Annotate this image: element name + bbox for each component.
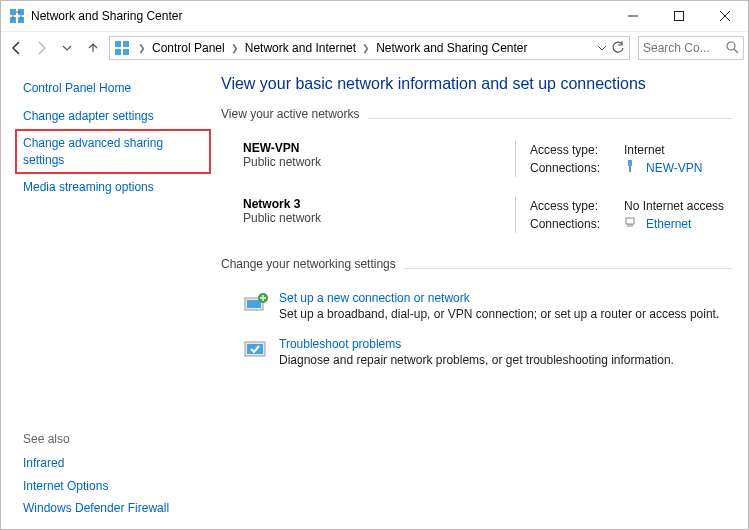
setup-connection-icon [243,291,269,315]
see-also-internet-options[interactable]: Internet Options [23,475,203,497]
connection-link[interactable]: NEW-VPN [646,159,702,177]
network-row: Network 3 Public network Access type:No … [221,191,732,247]
chevron-down-icon[interactable] [597,43,607,53]
breadcrumb-item[interactable]: Network and Sharing Center [376,41,527,55]
history-dropdown[interactable] [55,36,79,60]
svg-rect-9 [675,12,684,21]
task-desc: Diagnose and repair network problems, or… [279,353,674,367]
access-type-label: Access type: [530,197,616,215]
navbar: ❯ Control Panel ❯ Network and Internet ❯… [1,31,748,63]
search-placeholder: Search Co... [643,41,710,55]
svg-rect-12 [115,41,121,47]
chevron-right-icon: ❯ [362,43,370,53]
breadcrumb-item[interactable]: Network and Internet [245,41,356,55]
search-icon [726,41,739,54]
connection-link[interactable]: Ethernet [646,215,691,233]
svg-rect-20 [626,218,634,224]
svg-rect-25 [247,300,261,308]
troubleshoot-icon [243,337,269,361]
network-icon [624,159,636,177]
chevron-right-icon: ❯ [138,43,146,53]
back-button[interactable] [5,36,29,60]
breadcrumb-item[interactable]: Control Panel [152,41,225,55]
active-networks-header: View your active networks [221,107,360,121]
chevron-right-icon: ❯ [231,43,239,53]
content-body: Control Panel Home Change adapter settin… [1,63,748,529]
access-type-value: No Internet access [624,197,724,215]
task-setup-connection: Set up a new connection or network Set u… [221,285,732,331]
page-heading: View your basic network information and … [221,75,732,93]
access-type-label: Access type: [530,141,616,159]
window-title: Network and Sharing Center [31,9,610,23]
see-also-section: See also Infrared Internet Options Windo… [23,432,203,519]
sidebar-media-streaming[interactable]: Media streaming options [23,176,203,198]
svg-line-17 [734,49,738,53]
main-panel: View your basic network information and … [213,63,748,529]
forward-button[interactable] [29,36,53,60]
network-name: NEW-VPN [243,141,501,155]
access-type-value: Internet [624,141,665,159]
svg-rect-14 [115,49,121,55]
breadcrumb-icon [114,40,130,56]
svg-rect-15 [123,49,129,55]
connections-label: Connections: [530,215,616,233]
task-desc: Set up a broadband, dial-up, or VPN conn… [279,307,719,321]
ethernet-icon [624,215,636,233]
change-settings-header: Change your networking settings [221,257,396,271]
task-troubleshoot: Troubleshoot problems Diagnose and repai… [221,331,732,377]
sidebar: Control Panel Home Change adapter settin… [1,63,213,529]
see-also-header: See also [23,432,203,446]
maximize-button[interactable] [656,1,702,31]
network-type: Public network [243,211,501,225]
svg-point-16 [727,42,735,50]
search-input[interactable]: Search Co... [638,36,744,60]
minimize-button[interactable] [610,1,656,31]
app-icon [9,8,25,24]
sidebar-control-panel-home[interactable]: Control Panel Home [23,77,203,99]
svg-rect-30 [247,344,263,354]
network-name: Network 3 [243,197,501,211]
breadcrumb[interactable]: ❯ Control Panel ❯ Network and Internet ❯… [109,36,630,60]
network-row: NEW-VPN Public network Access type:Inter… [221,135,732,191]
sidebar-change-advanced-sharing[interactable]: Change advanced sharing settings [15,129,211,173]
connections-label: Connections: [530,159,616,177]
sidebar-change-adapter[interactable]: Change adapter settings [23,105,203,127]
svg-rect-13 [123,41,129,47]
network-type: Public network [243,155,501,169]
see-also-infrared[interactable]: Infrared [23,452,203,474]
task-link[interactable]: Set up a new connection or network [279,291,719,305]
close-button[interactable] [702,1,748,31]
svg-rect-1 [10,9,16,15]
up-button[interactable] [81,36,105,60]
svg-rect-18 [628,160,632,166]
task-link[interactable]: Troubleshoot problems [279,337,674,351]
refresh-icon[interactable] [611,41,625,55]
titlebar: Network and Sharing Center [1,1,748,31]
see-also-firewall[interactable]: Windows Defender Firewall [23,497,203,519]
